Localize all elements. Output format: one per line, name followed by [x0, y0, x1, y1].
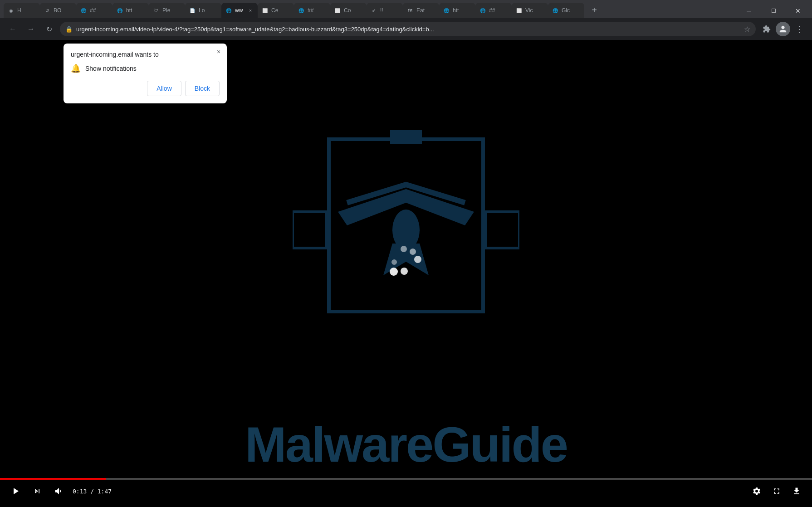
tab-6-favicon: 📄 — [189, 7, 196, 14]
close-button[interactable]: ✕ — [788, 4, 808, 18]
tab-16[interactable]: 🌐 Glc — [548, 3, 584, 18]
tab-8-favicon: ⬜ — [261, 7, 269, 14]
popup-title: urgent-incoming.email wants to — [71, 51, 220, 58]
menu-button[interactable]: ⋮ — [792, 22, 807, 36]
tab-8-label: Ce — [271, 7, 290, 14]
content-area: MalwareGuide × urgent-incoming.email wan… — [0, 40, 812, 507]
toolbar-actions: ⋮ — [759, 22, 807, 36]
lock-icon: 🔒 — [65, 26, 73, 33]
tab-3-label: ## — [90, 7, 109, 14]
tab-8[interactable]: ⬜ Ce — [258, 3, 294, 18]
tab-1[interactable]: ◉ H — [4, 3, 40, 18]
popup-permission-row: 🔔 Show notifications — [71, 63, 220, 73]
tab-2-label: BO — [54, 7, 73, 14]
tab-10[interactable]: ⬜ Co — [330, 3, 367, 18]
tab-2-favicon: ↺ — [44, 7, 51, 14]
tab-14-label: ## — [489, 7, 508, 14]
tab-15[interactable]: ⬜ Vic — [512, 3, 548, 18]
play-button[interactable] — [7, 483, 24, 499]
profile-button[interactable] — [776, 22, 790, 36]
tab-12-label: Eat — [416, 7, 435, 14]
total-time: 1:47 — [98, 488, 112, 495]
tab-4-favicon: 🌐 — [116, 7, 123, 14]
tab-5[interactable]: 🛡 Ple — [149, 3, 185, 18]
extensions-button[interactable] — [759, 22, 774, 36]
tab-2[interactable]: ↺ BO — [40, 3, 76, 18]
time-separator: / — [90, 488, 98, 495]
fullscreen-button[interactable] — [768, 483, 785, 499]
tab-11-favicon: ✔ — [370, 7, 377, 14]
download-button[interactable] — [788, 483, 805, 499]
tab-10-label: Co — [344, 7, 363, 14]
tabs-bar: ◉ H ↺ BO 🌐 ## 🌐 htt 🛡 Ple 📄 Lo 🌐 ww × — [0, 0, 812, 18]
tab-11[interactable]: ✔ !! — [367, 3, 403, 18]
address-bar[interactable]: 🔒 urgent-incoming.email/video-lp/video-4… — [60, 22, 756, 36]
time-display: 0:13 / 1:47 — [73, 488, 112, 495]
tab-close-button[interactable]: × — [247, 7, 254, 14]
forward-button[interactable]: → — [24, 22, 38, 36]
url-text: urgent-incoming.email/video-lp/video-4/?… — [76, 26, 740, 33]
brand-logo-svg — [293, 121, 519, 339]
svg-rect-3 — [293, 212, 327, 248]
video-controls: 0:13 / 1:47 — [0, 475, 812, 507]
tab-1-label: H — [17, 7, 36, 14]
next-button[interactable] — [29, 483, 45, 499]
popup-permission-text: Show notifications — [85, 65, 137, 72]
settings-button[interactable] — [748, 483, 765, 499]
popup-actions: Allow Block — [71, 81, 220, 96]
tab-5-label: Ple — [162, 7, 181, 14]
svg-rect-1 — [390, 130, 422, 144]
new-tab-button[interactable]: + — [586, 2, 602, 18]
volume-button[interactable] — [51, 483, 67, 499]
tab-3-favicon: 🌐 — [80, 7, 87, 14]
tab-1-favicon: ◉ — [7, 7, 15, 14]
tab-13[interactable]: 🌐 htt — [439, 3, 475, 18]
notification-popup: × urgent-incoming.email wants to 🔔 Show … — [64, 44, 227, 103]
popup-close-button[interactable]: × — [214, 47, 223, 56]
tab-16-favicon: 🌐 — [552, 7, 559, 14]
bookmark-icon[interactable]: ☆ — [744, 25, 750, 34]
video-logo — [293, 121, 519, 339]
tab-13-favicon: 🌐 — [443, 7, 450, 14]
tab-active-favicon: 🌐 — [225, 7, 232, 14]
current-time: 0:13 — [73, 488, 87, 495]
tab-14[interactable]: 🌐 ## — [475, 3, 512, 18]
video-background: MalwareGuide — [0, 40, 812, 507]
toolbar: ← → ↻ 🔒 urgent-incoming.email/video-lp/v… — [0, 18, 812, 40]
tab-3[interactable]: 🌐 ## — [76, 3, 113, 18]
loading-spinner — [388, 246, 424, 282]
bell-icon: 🔔 — [71, 63, 81, 73]
tab-12-favicon: 🗺 — [406, 7, 414, 14]
tab-5-favicon: 🛡 — [152, 7, 160, 14]
allow-button[interactable]: Allow — [147, 81, 181, 96]
svg-rect-4 — [485, 212, 519, 248]
tab-9-label: ## — [308, 7, 327, 14]
tab-9-favicon: 🌐 — [298, 7, 305, 14]
tab-10-favicon: ⬜ — [334, 7, 341, 14]
right-controls — [748, 483, 805, 499]
block-button[interactable]: Block — [185, 81, 220, 96]
back-button[interactable]: ← — [5, 22, 20, 36]
tab-15-favicon: ⬜ — [515, 7, 523, 14]
maximize-button[interactable]: ☐ — [763, 4, 784, 18]
tab-6[interactable]: 📄 Lo — [185, 3, 221, 18]
tab-13-label: htt — [453, 7, 472, 14]
reload-button[interactable]: ↻ — [42, 22, 56, 36]
watermark-text: MalwareGuide — [0, 415, 812, 473]
tab-4-label: htt — [126, 7, 145, 14]
tab-14-favicon: 🌐 — [479, 7, 486, 14]
minimize-button[interactable]: ─ — [739, 4, 759, 18]
tab-4[interactable]: 🌐 htt — [113, 3, 149, 18]
browser-frame: ◉ H ↺ BO 🌐 ## 🌐 htt 🛡 Ple 📄 Lo 🌐 ww × — [0, 0, 812, 507]
tab-9[interactable]: 🌐 ## — [294, 3, 330, 18]
tab-16-label: Glc — [562, 7, 581, 14]
tab-active-label: ww — [235, 7, 244, 14]
tab-active[interactable]: 🌐 ww × — [221, 3, 258, 18]
tab-6-label: Lo — [199, 7, 218, 14]
tab-11-label: !! — [380, 7, 399, 14]
tab-15-label: Vic — [525, 7, 544, 14]
tab-12[interactable]: 🗺 Eat — [403, 3, 439, 18]
